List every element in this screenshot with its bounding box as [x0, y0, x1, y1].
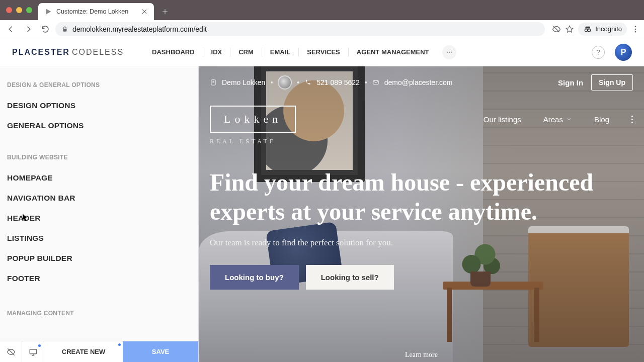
agent-email[interactable]: demo@placester.com — [384, 78, 453, 86]
svg-point-2 — [585, 29, 588, 31]
tab-title: Customize: Demo Lokken — [56, 8, 137, 15]
sidebar-item-footer[interactable]: FOOTER — [7, 268, 191, 289]
user-avatar[interactable]: P — [615, 44, 632, 61]
site-preview: Demo Lokken • • 521 089 5622 • demo@plac… — [199, 66, 644, 362]
sidebar-item-homepage[interactable]: HOMEPAGE — [7, 168, 191, 188]
create-new-label: CREATE NEW — [62, 348, 105, 355]
window-maximize[interactable] — [26, 7, 32, 13]
sidebar-item-popup-builder[interactable]: POPUP BUILDER — [7, 248, 191, 268]
incognito-icon — [583, 25, 592, 34]
hero-subhead: Our team is ready to find the perfect so… — [210, 238, 633, 248]
chevron-down-icon — [566, 116, 572, 122]
svg-point-12 — [213, 81, 214, 83]
sidebar: DESIGN & GENERAL OPTIONS DESIGN OPTIONS … — [0, 66, 199, 362]
svg-rect-1 — [63, 29, 67, 31]
agent-name: Demo Lokken — [222, 78, 265, 86]
address-bar: demolokken.myrealestateplatform.com/edit… — [0, 20, 644, 38]
svg-rect-13 — [373, 81, 379, 84]
forward-button[interactable] — [21, 22, 35, 36]
id-badge-icon — [210, 79, 217, 86]
new-tab-button[interactable] — [158, 5, 172, 19]
device-preview-toggle[interactable] — [22, 341, 44, 362]
sidebar-item-general-options[interactable]: GENERAL OPTIONS — [7, 116, 191, 136]
svg-point-9 — [450, 51, 451, 52]
preview-nav: Our listings Areas Blog — [484, 115, 633, 124]
sign-up-button[interactable]: Sign Up — [591, 74, 633, 90]
hero-headline: Find your dream house - experienced expe… — [210, 168, 622, 226]
workspace: DESIGN & GENERAL OPTIONS DESIGN OPTIONS … — [0, 66, 644, 362]
nav-more-button[interactable] — [442, 45, 456, 59]
notification-dot — [38, 344, 41, 347]
cta-buy-button[interactable]: Looking to buy? — [210, 265, 299, 290]
nav-dashboard[interactable]: DASHBOARD — [144, 48, 203, 56]
menu-dots-icon[interactable] — [631, 25, 640, 34]
brand-main: PLACESTER — [12, 48, 70, 57]
incognito-label: Incognito — [595, 25, 622, 33]
phone-icon — [304, 79, 311, 86]
incognito-badge: Incognito — [578, 23, 627, 36]
brand-logo[interactable]: PLACESTER CODELESS — [12, 48, 124, 57]
nav-services[interactable]: SERVICES — [299, 48, 348, 56]
reload-icon — [41, 25, 50, 34]
sidebar-item-header[interactable]: HEADER — [7, 208, 191, 228]
window-close[interactable] — [6, 7, 12, 13]
notification-dot — [118, 343, 121, 346]
svg-rect-10 — [30, 349, 37, 353]
preview-nav-areas-label: Areas — [543, 115, 563, 124]
agent-avatar — [278, 75, 292, 89]
sidebar-section-building: BUILDING WEBSITE — [7, 154, 191, 161]
cta-sell-button[interactable]: Looking to sell? — [306, 265, 394, 290]
svg-point-4 — [635, 26, 636, 27]
question-icon: ? — [596, 48, 600, 56]
app-nav: PLACESTER CODELESS DASHBOARD IDX CRM EMA… — [0, 38, 644, 66]
cursor-icon — [23, 214, 29, 222]
agent-phone[interactable]: 521 089 5622 — [316, 78, 360, 86]
nav-email[interactable]: EMAIL — [262, 48, 298, 56]
help-button[interactable]: ? — [592, 46, 605, 59]
sidebar-section-design: DESIGN & GENERAL OPTIONS — [7, 81, 191, 88]
nav-crm[interactable]: CRM — [230, 48, 262, 56]
sidebar-item-navigation-bar[interactable]: NAVIGATION BAR — [7, 188, 191, 208]
nav-idx[interactable]: IDX — [203, 48, 230, 56]
window-minimize[interactable] — [16, 7, 22, 13]
site-logo[interactable]: Lokken — [210, 106, 296, 133]
desktop-icon — [29, 347, 38, 356]
arrow-left-icon — [7, 25, 16, 34]
visibility-toggle[interactable] — [0, 341, 22, 362]
preview-nav-blog[interactable]: Blog — [594, 115, 609, 124]
reload-button[interactable] — [38, 22, 52, 36]
url-text: demolokken.myrealestateplatform.com/edit — [72, 25, 207, 33]
dots-horizontal-icon — [446, 49, 453, 56]
preview-topbar: Demo Lokken • • 521 089 5622 • demo@plac… — [199, 66, 644, 99]
create-new-button[interactable]: CREATE NEW — [44, 341, 123, 362]
browser-tab[interactable]: Customize: Demo Lokken — [38, 3, 154, 20]
mail-icon — [372, 79, 379, 86]
star-icon[interactable] — [565, 25, 574, 34]
browser-tab-strip: Customize: Demo Lokken — [0, 0, 644, 20]
svg-point-7 — [446, 51, 447, 52]
preview-nav-more[interactable] — [631, 116, 633, 123]
preview-nav-areas[interactable]: Areas — [543, 115, 572, 124]
svg-point-8 — [448, 51, 449, 52]
sidebar-item-design-options[interactable]: DESIGN OPTIONS — [7, 96, 191, 116]
sidebar-section-managing: MANAGING CONTENT — [7, 310, 191, 317]
arrow-right-icon — [24, 25, 33, 34]
eye-off-icon — [7, 347, 16, 356]
preview-brand-row: Lokken REAL ESTATE Our listings Areas Bl… — [199, 99, 644, 140]
sidebar-footer: CREATE NEW SAVE — [0, 341, 198, 362]
close-icon[interactable] — [141, 8, 148, 15]
hero-copy: Find your dream house - experienced expe… — [199, 140, 644, 290]
sign-in-link[interactable]: Sign In — [558, 78, 583, 87]
brand-sub: CODELESS — [72, 48, 124, 57]
save-button[interactable]: SAVE — [123, 341, 198, 362]
svg-marker-0 — [46, 9, 51, 15]
learn-more-link[interactable]: Learn more — [405, 351, 438, 359]
nav-items: DASHBOARD IDX CRM EMAIL SERVICES AGENT M… — [144, 45, 456, 59]
url-field[interactable]: demolokken.myrealestateplatform.com/edit — [55, 22, 545, 36]
sidebar-item-listings[interactable]: LISTINGS — [7, 228, 191, 248]
eye-off-icon[interactable] — [552, 25, 561, 34]
preview-nav-listings[interactable]: Our listings — [484, 115, 521, 124]
nav-agent-management[interactable]: AGENT MANAGEMENT — [349, 48, 437, 56]
plus-icon — [162, 8, 169, 15]
back-button[interactable] — [4, 22, 18, 36]
